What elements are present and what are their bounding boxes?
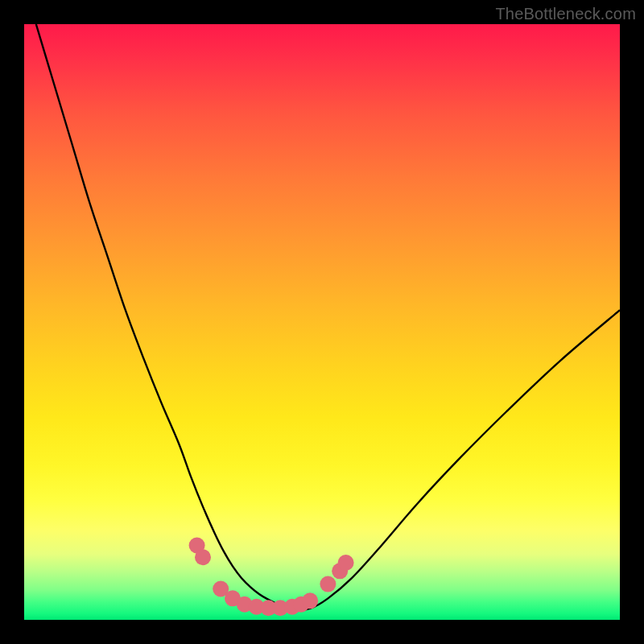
chart-plot-area: [24, 24, 620, 620]
chart-frame: TheBottleneck.com: [0, 0, 644, 644]
curve-marker: [302, 592, 318, 609]
curve-marker: [195, 549, 211, 565]
curve-marker: [320, 576, 336, 592]
marker-group: [189, 538, 354, 617]
curve-marker: [338, 555, 354, 571]
bottleneck-curve: [36, 24, 620, 610]
watermark-label: TheBottleneck.com: [495, 5, 636, 23]
chart-svg: [24, 24, 620, 620]
